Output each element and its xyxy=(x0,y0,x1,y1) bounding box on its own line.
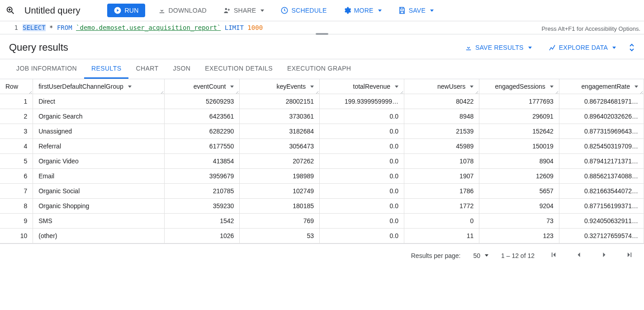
save-label: SAVE xyxy=(409,7,426,14)
cell-totalrevenue: 199.9399959999… xyxy=(320,94,404,109)
cell-eventcount: 210785 xyxy=(165,184,240,199)
line-number: 1 xyxy=(0,21,23,34)
query-search-icon xyxy=(5,5,15,15)
expand-collapse-icon[interactable] xyxy=(629,43,635,52)
cell-row: 9 xyxy=(0,214,33,229)
save-button[interactable]: SAVE xyxy=(394,4,437,17)
table-header-row: Row firstUserDefaultChannelGroup eventCo… xyxy=(0,79,644,94)
download-icon xyxy=(158,6,166,14)
first-page-button[interactable] xyxy=(547,248,560,262)
cell-channel: Organic Search xyxy=(33,109,165,124)
clock-icon xyxy=(280,6,289,14)
cell-eventcount: 3959679 xyxy=(165,169,240,184)
cell-newusers: 11 xyxy=(404,229,479,243)
col-newusers[interactable]: newUsers xyxy=(404,79,479,94)
table-row: 8Organic Shopping3592301801850.017729204… xyxy=(0,199,644,214)
results-per-page-select[interactable]: 50 xyxy=(473,252,488,259)
table-row: 10(other)1026530.0111230.327127659574… xyxy=(0,229,644,243)
download-button[interactable]: DOWNLOAD xyxy=(154,4,210,17)
cell-keyevents: 3730361 xyxy=(240,109,320,124)
schedule-button[interactable]: SCHEDULE xyxy=(277,4,330,17)
cell-totalrevenue: 0.0 xyxy=(320,124,404,139)
cell-engagedsessions: 296091 xyxy=(479,109,559,124)
table-row: 7Organic Social2107851027490.0178656570.… xyxy=(0,184,644,199)
table-row: 6Email39596791989890.01907126090.8856213… xyxy=(0,169,644,184)
cell-engagedsessions: 9204 xyxy=(479,199,559,214)
resize-icon[interactable] xyxy=(399,89,403,93)
cell-totalrevenue: 0.0 xyxy=(320,199,404,214)
explore-data-button[interactable]: EXPLORE DATA xyxy=(545,41,620,54)
svg-line-1 xyxy=(12,12,14,14)
cell-newusers: 1078 xyxy=(404,154,479,169)
cell-newusers: 0 xyxy=(404,214,479,229)
cell-keyevents: 28002151 xyxy=(240,94,320,109)
toolbar: Untitled query RUN DOWNLOAD SHARE SCHEDU… xyxy=(0,0,644,21)
share-button[interactable]: SHARE xyxy=(219,4,268,17)
resize-icon[interactable] xyxy=(639,89,643,93)
cell-keyevents: 207262 xyxy=(240,154,320,169)
tab-json[interactable]: JSON xyxy=(166,59,198,79)
cell-newusers: 80422 xyxy=(404,94,479,109)
cell-row: 8 xyxy=(0,199,33,214)
download-save-icon xyxy=(464,43,473,52)
tab-chart[interactable]: CHART xyxy=(128,59,166,79)
tab-execution-details[interactable]: EXECUTION DETAILS xyxy=(198,59,280,79)
cell-newusers: 45989 xyxy=(404,139,479,154)
svg-point-5 xyxy=(225,8,227,10)
resize-icon[interactable] xyxy=(235,89,238,93)
cell-engagementrate: 0.879412171371… xyxy=(559,154,644,169)
last-page-button[interactable] xyxy=(623,248,636,262)
cell-channel: Organic Video xyxy=(33,154,165,169)
query-title: Untitled query xyxy=(24,5,80,16)
col-row[interactable]: Row xyxy=(0,79,33,94)
cell-eventcount: 413854 xyxy=(165,154,240,169)
cell-keyevents: 3182684 xyxy=(240,124,320,139)
resize-icon[interactable] xyxy=(474,89,478,93)
resize-icon[interactable] xyxy=(28,89,32,93)
caret-down-icon xyxy=(230,86,234,88)
caret-down-icon xyxy=(470,86,474,88)
cell-keyevents: 53 xyxy=(240,229,320,243)
col-eventcount[interactable]: eventCount xyxy=(165,79,240,94)
col-engagementrate[interactable]: engagementRate xyxy=(559,79,644,94)
col-totalrevenue[interactable]: totalRevenue xyxy=(320,79,404,94)
table-row: 2Organic Search642356137303610.089482960… xyxy=(0,109,644,124)
cell-channel: Organic Shopping xyxy=(33,199,165,214)
tab-results[interactable]: RESULTS xyxy=(84,59,128,79)
resize-icon[interactable] xyxy=(160,89,163,93)
cell-engagedsessions: 152642 xyxy=(479,124,559,139)
gear-icon xyxy=(343,6,351,14)
col-keyevents[interactable]: keyEvents xyxy=(240,79,320,94)
share-icon xyxy=(223,6,231,14)
results-per-page-label: Results per page: xyxy=(411,252,461,259)
cell-newusers: 1786 xyxy=(404,184,479,199)
cell-totalrevenue: 0.0 xyxy=(320,229,404,243)
save-results-button[interactable]: SAVE RESULTS xyxy=(461,41,535,54)
col-engagedsessions[interactable]: engagedSessions xyxy=(479,79,559,94)
prev-page-button[interactable] xyxy=(573,248,585,262)
sql-editor[interactable]: 1 SELECT * FROM `demo.demoset.user_acqui… xyxy=(0,21,644,34)
next-page-button[interactable] xyxy=(598,248,611,262)
more-button[interactable]: MORE xyxy=(340,4,385,17)
cell-row: 5 xyxy=(0,154,33,169)
run-button[interactable]: RUN xyxy=(107,4,145,17)
resize-icon[interactable] xyxy=(554,89,558,93)
cell-channel: Organic Social xyxy=(33,184,165,199)
results-title: Query results xyxy=(9,42,452,53)
cell-totalrevenue: 0.0 xyxy=(320,109,404,124)
cell-keyevents: 769 xyxy=(240,214,320,229)
tab-execution-graph[interactable]: EXECUTION GRAPH xyxy=(280,59,358,79)
page-range: 1 – 12 of 12 xyxy=(501,252,535,259)
col-channel[interactable]: firstUserDefaultChannelGroup xyxy=(33,79,165,94)
tab-job-information[interactable]: JOB INFORMATION xyxy=(9,59,84,79)
cell-engagementrate: 0.867284681971… xyxy=(559,94,644,109)
results-table: Row firstUserDefaultChannelGroup eventCo… xyxy=(0,79,644,243)
resize-handle[interactable] xyxy=(316,33,328,35)
cell-engagedsessions: 5657 xyxy=(479,184,559,199)
cell-engagedsessions: 150019 xyxy=(479,139,559,154)
cell-row: 7 xyxy=(0,184,33,199)
resize-icon[interactable] xyxy=(315,89,318,93)
save-results-label: SAVE RESULTS xyxy=(475,44,524,51)
cell-eventcount: 6282290 xyxy=(165,124,240,139)
cell-engagedsessions: 123 xyxy=(479,229,559,243)
